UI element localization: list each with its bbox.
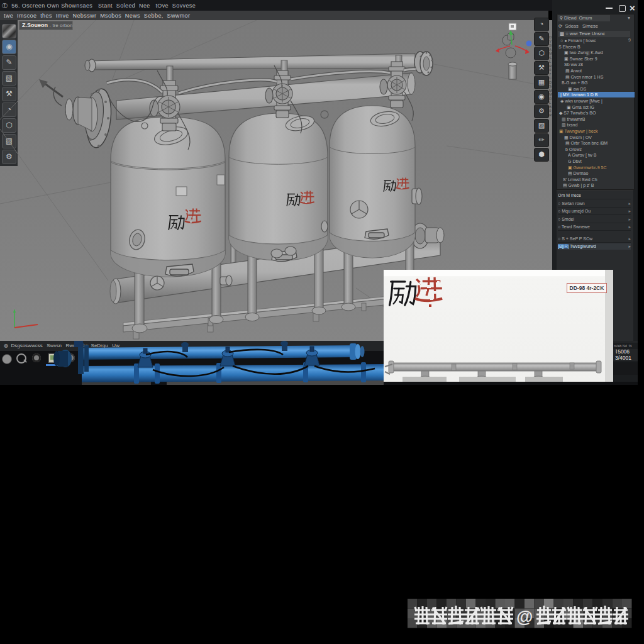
svg-text:@: @: [516, 608, 533, 626]
